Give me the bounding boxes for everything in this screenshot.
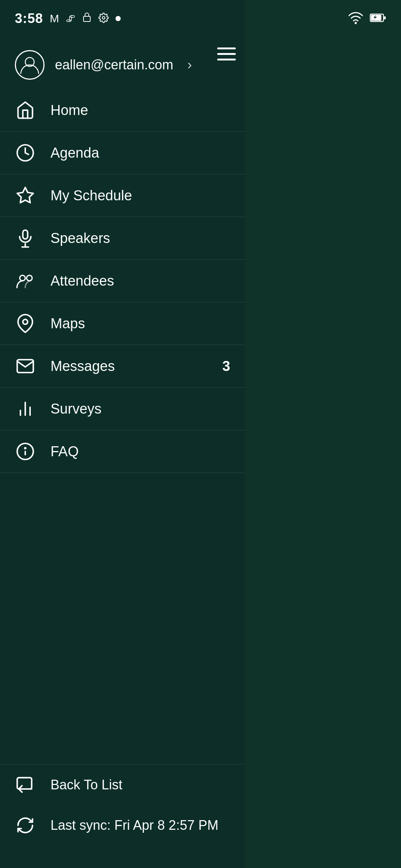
settings-icon — [98, 13, 109, 24]
svg-rect-22 — [17, 777, 32, 789]
dot-icon — [115, 16, 121, 21]
sync-icon — [15, 815, 36, 836]
last-sync-item: Last sync: Fri Apr 8 2:57 PM — [0, 805, 245, 846]
sidebar-item-label-maps: Maps — [50, 316, 230, 332]
sidebar-item-attendees[interactable]: Attendees — [0, 260, 245, 302]
status-bar: 3:58 M 🖇 — [0, 0, 401, 37]
chevron-right-icon: › — [188, 57, 192, 73]
status-icons-left: M 🖇 — [50, 12, 121, 25]
info-circle-icon — [15, 441, 36, 462]
drawer: eallen@certain.com › Home Agenda — [0, 0, 245, 868]
last-sync-label: Last sync: Fri Apr 8 2:57 PM — [50, 818, 218, 833]
microphone-icon — [15, 228, 36, 249]
sidebar-item-messages[interactable]: Messages 3 — [0, 345, 245, 388]
hamburger-line-1 — [217, 47, 236, 49]
sidebar-item-maps[interactable]: Maps — [0, 302, 245, 345]
back-list-icon — [15, 775, 36, 795]
home-icon — [15, 100, 36, 121]
envelope-icon — [15, 356, 36, 377]
sidebar-item-label-surveys: Surveys — [50, 401, 230, 417]
hamburger-line-2 — [217, 53, 236, 55]
map-pin-icon — [15, 313, 36, 334]
sidebar-item-my-schedule[interactable]: My Schedule — [0, 174, 245, 217]
bar-chart-icon — [15, 398, 36, 419]
svg-rect-3 — [384, 16, 386, 19]
sidebar-item-label-faq: FAQ — [50, 444, 230, 460]
svg-rect-4 — [371, 15, 381, 21]
sidebar-item-label-agenda: Agenda — [50, 145, 230, 161]
sidebar-item-label-messages: Messages — [50, 358, 200, 374]
clock-icon — [15, 142, 36, 163]
svg-point-14 — [23, 319, 28, 324]
messages-badge: 3 — [215, 358, 230, 374]
right-panel: n — [245, 0, 401, 868]
avatar — [15, 50, 45, 80]
star-icon — [15, 185, 36, 206]
gmail-icon: M — [50, 12, 59, 25]
back-to-list-label: Back To List — [50, 777, 122, 793]
bottom-section: Back To List Last sync: Fri Apr 8 2:57 P… — [0, 764, 245, 846]
attendees-icon — [15, 270, 36, 291]
user-email: eallen@certain.com — [55, 57, 173, 73]
svg-marker-8 — [17, 187, 33, 203]
wifi-icon — [348, 11, 364, 26]
user-profile[interactable]: eallen@certain.com › — [0, 45, 230, 85]
svg-point-12 — [20, 275, 25, 281]
status-time: 3:58 — [15, 11, 43, 26]
sidebar-item-label-speakers: Speakers — [50, 230, 230, 246]
sidebar-item-surveys[interactable]: Surveys — [0, 388, 245, 430]
svg-point-13 — [27, 275, 32, 281]
sidebar-item-home[interactable]: Home — [0, 89, 245, 132]
hamburger-button[interactable] — [208, 37, 245, 70]
svg-point-1 — [102, 17, 105, 19]
sidebar-item-label-attendees: Attendees — [50, 273, 230, 289]
sidebar-item-agenda[interactable]: Agenda — [0, 132, 245, 174]
sidebar-item-label-home: Home — [50, 102, 230, 118]
sidebar-item-faq[interactable]: FAQ — [0, 430, 245, 473]
hamburger-line-3 — [217, 59, 236, 60]
battery-icon — [370, 13, 386, 24]
clip-icon: 🖇 — [66, 13, 75, 24]
svg-rect-9 — [23, 230, 28, 239]
nav-menu: Home Agenda My Schedule — [0, 89, 245, 473]
back-to-list-button[interactable]: Back To List — [0, 764, 245, 805]
sidebar-item-label-my-schedule: My Schedule — [50, 188, 230, 204]
lock-icon — [82, 12, 92, 25]
svg-rect-0 — [84, 16, 90, 22]
status-icons-right — [348, 11, 386, 26]
sidebar-item-speakers[interactable]: Speakers — [0, 217, 245, 260]
